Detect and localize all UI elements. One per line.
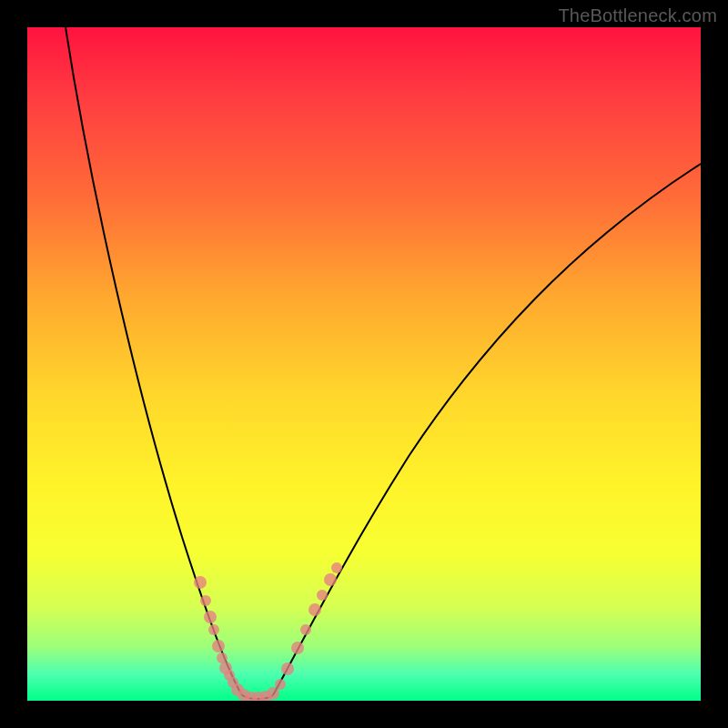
scatter-dot — [331, 562, 342, 573]
scatter-dot — [308, 603, 321, 616]
curve-right-branch — [273, 164, 701, 695]
scatter-dot — [281, 662, 294, 675]
scatter-dot — [212, 640, 225, 652]
scatter-dot — [324, 573, 337, 586]
scatter-dot — [300, 624, 311, 635]
watermark-text: TheBottleneck.com — [558, 5, 717, 26]
scatter-dot — [291, 642, 304, 654]
scatter-dot — [194, 576, 207, 589]
scatter-dot — [200, 595, 211, 606]
scatter-dot — [317, 590, 328, 601]
scatter-dot — [204, 611, 217, 623]
curve-svg — [27, 27, 701, 701]
scatter-group — [194, 562, 342, 701]
curve-left-branch — [66, 27, 242, 695]
scatter-dot — [208, 624, 219, 635]
plot-area — [27, 27, 701, 701]
chart-container: TheBottleneck.com — [0, 0, 728, 728]
scatter-dot — [275, 679, 286, 690]
